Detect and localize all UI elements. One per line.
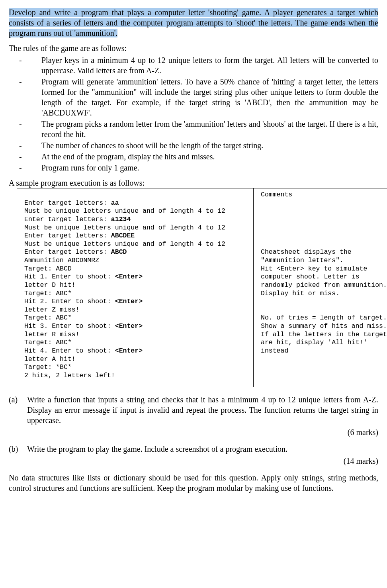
list-item: -Program will generate 'ammunition' lett… (9, 76, 378, 118)
intro-para: Develop and write a program that plays a… (9, 7, 378, 38)
question-a-text: Write a function that inputs a string an… (27, 394, 378, 425)
sample-intro: A sample program execution is as follows… (9, 178, 378, 188)
list-item: -Program runs for only 1 game. (9, 163, 378, 173)
question-b-marks: (14 marks) (9, 456, 378, 466)
question-b-text: Write the program to play the game. Incl… (27, 444, 378, 454)
question-a-label: (a) (9, 394, 27, 425)
bullet-dash: - (9, 163, 41, 173)
comments-header: Comments (261, 191, 292, 198)
bullet-dash: - (9, 55, 41, 76)
question-a: (a) Write a function that inputs a strin… (9, 394, 378, 425)
rule-text: Program will generate 'ammunition' lette… (41, 76, 378, 118)
rules-intro: The rules of the game are as follows: (9, 43, 378, 53)
intro-highlight: Develop and write a program that plays a… (9, 8, 378, 37)
final-note: No data structures like lists or diction… (9, 472, 378, 493)
rules-list: -Player keys in a minimum 4 up to 12 uni… (9, 55, 378, 173)
rule-text: The program picks a random letter from t… (41, 119, 378, 139)
sample-table: Enter target letters: aa Must be unique … (17, 188, 387, 387)
sample-output-cell: Enter target letters: aa Must be unique … (17, 188, 254, 387)
rule-text: At the end of the program, display the h… (41, 151, 378, 162)
rule-text: Program runs for only 1 game. (41, 163, 378, 173)
list-item: -At the end of the program, display the … (9, 151, 378, 162)
list-item: -The number of chances to shoot will be … (9, 140, 378, 151)
bullet-dash: - (9, 119, 41, 139)
bullet-dash: - (9, 76, 41, 118)
sample-comments-cell: Comments Cheatsheet displays the "Ammuni… (254, 188, 387, 387)
list-item: -Player keys in a minimum 4 up to 12 uni… (9, 55, 378, 76)
rule-text: The number of chances to shoot will be t… (41, 140, 378, 151)
question-a-marks: (6 marks) (9, 427, 378, 437)
list-item: -The program picks a random letter from … (9, 119, 378, 139)
rule-text: Player keys in a minimum 4 up to 12 uniq… (41, 55, 378, 76)
question-b-label: (b) (9, 444, 27, 454)
bullet-dash: - (9, 140, 41, 151)
question-b: (b) Write the program to play the game. … (9, 444, 378, 454)
bullet-dash: - (9, 151, 41, 162)
